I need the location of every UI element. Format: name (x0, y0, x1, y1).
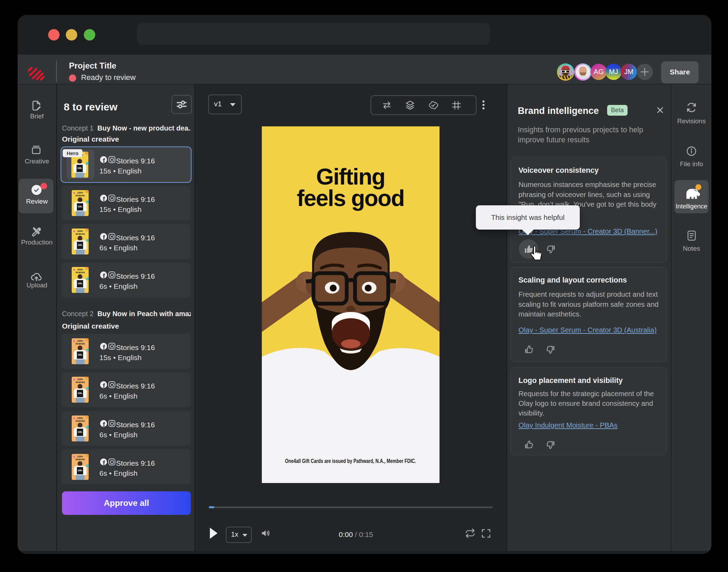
svg-text:feels good: feels good (297, 185, 404, 211)
svg-text:One4all Gift Cards are issued: One4all Gift Cards are issued by Pathwar… (285, 458, 416, 464)
